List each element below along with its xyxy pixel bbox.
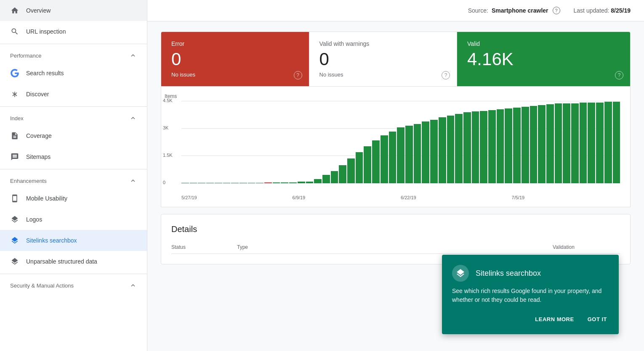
chart-bar bbox=[480, 111, 487, 183]
chart-bar bbox=[604, 102, 612, 183]
chart-bar bbox=[588, 103, 595, 183]
chart-bar bbox=[314, 179, 322, 183]
home-icon bbox=[10, 6, 19, 15]
chart-bar bbox=[223, 183, 231, 183]
chart-bar bbox=[215, 183, 222, 183]
source-help-icon[interactable]: ? bbox=[553, 7, 560, 14]
sidebar-item-coverage[interactable]: Coverage bbox=[0, 125, 147, 146]
sidebar-item-search-results[interactable]: Search results bbox=[0, 63, 147, 84]
chart-bar bbox=[298, 182, 305, 183]
chart-bar bbox=[430, 120, 438, 183]
sidebar-section-performance[interactable]: Performance bbox=[0, 46, 147, 63]
section-title-index: Index bbox=[10, 115, 24, 121]
col-type: Type bbox=[237, 244, 546, 250]
col-status: Status bbox=[171, 244, 230, 250]
details-title: Details bbox=[171, 224, 620, 234]
sidebar-section-security[interactable]: Security & Manual Actions bbox=[0, 276, 147, 293]
layers-x-icon bbox=[10, 257, 19, 266]
card-value-error: 0 bbox=[171, 50, 299, 68]
chart-bar bbox=[347, 158, 355, 183]
chart-bar bbox=[248, 183, 255, 183]
chart-bar bbox=[580, 103, 587, 183]
chart-bar bbox=[414, 124, 421, 183]
sitelinks-icon bbox=[10, 236, 19, 245]
chart-bar bbox=[571, 103, 579, 183]
got-it-button[interactable]: GOT IT bbox=[586, 314, 609, 324]
last-updated-label: Last updated: bbox=[574, 7, 609, 14]
chart-bar bbox=[522, 107, 529, 183]
chart-bar bbox=[546, 104, 554, 183]
chart-bar bbox=[364, 146, 371, 183]
card-sub-error: No issues bbox=[171, 71, 299, 78]
chart-bar bbox=[563, 103, 570, 183]
status-cards: Error 0 No issues ? Valid with warnings … bbox=[161, 32, 631, 87]
sidebar-label-unparsable: Unparsable structured data bbox=[26, 258, 97, 265]
card-sub-warnings: No issues bbox=[319, 71, 447, 78]
chart-bar bbox=[513, 108, 521, 183]
search-icon bbox=[10, 27, 19, 36]
sitelinks-searchbox-tooltip: Sitelinks searchbox See which rich resul… bbox=[442, 255, 619, 334]
chart-bar bbox=[372, 140, 380, 183]
chart-bars bbox=[181, 101, 620, 183]
chart-container: Items 4.5K 3K 1.5K 0 5/27/19 6/9/19 6/22… bbox=[161, 87, 631, 207]
tooltip-icon bbox=[452, 265, 469, 282]
chart-bar bbox=[389, 132, 397, 183]
section-title-security: Security & Manual Actions bbox=[10, 282, 74, 289]
chart-bar bbox=[397, 127, 404, 183]
chart-bar bbox=[472, 111, 479, 183]
sidebar-label-coverage: Coverage bbox=[26, 132, 52, 139]
status-card-error[interactable]: Error 0 No issues ? bbox=[161, 32, 309, 86]
layers-icon bbox=[10, 215, 19, 224]
sidebar-label-logos: Logos bbox=[26, 216, 42, 223]
main-header: Source: Smartphone crawler ? Last update… bbox=[147, 0, 644, 21]
chart-bar bbox=[439, 117, 446, 183]
sidebar-item-sitemaps[interactable]: Sitemaps bbox=[0, 146, 147, 167]
chart-bar bbox=[613, 102, 620, 183]
learn-more-button[interactable]: LEARN MORE bbox=[533, 314, 575, 324]
chart-bar bbox=[555, 103, 562, 183]
chart-bar bbox=[206, 183, 214, 183]
source-label: Source: bbox=[468, 7, 488, 14]
chart-bar bbox=[339, 165, 346, 183]
phone-icon bbox=[10, 194, 19, 203]
sidebar-section-enhancements[interactable]: Enhancements bbox=[0, 171, 147, 188]
sidebar-label-search-results: Search results bbox=[26, 70, 64, 77]
sidebar-item-logos[interactable]: Logos bbox=[0, 209, 147, 230]
sidebar-item-sitelinks-searchbox[interactable]: Sitelinks searchbox bbox=[0, 230, 147, 251]
chart-bar bbox=[181, 183, 189, 183]
status-card-valid[interactable]: Valid 4.16K ? bbox=[457, 32, 630, 86]
chart-bar bbox=[405, 126, 413, 183]
sidebar-label-discover: Discover bbox=[26, 91, 49, 98]
google-icon bbox=[10, 69, 19, 78]
file-icon bbox=[10, 131, 19, 140]
status-card-warnings[interactable]: Valid with warnings 0 No issues ? bbox=[309, 32, 457, 86]
details-table-header: Status Type Validation bbox=[171, 241, 620, 254]
chart-bar bbox=[331, 171, 338, 183]
chart-bar bbox=[231, 183, 239, 183]
chart-bar bbox=[289, 182, 297, 183]
sidebar-section-index[interactable]: Index bbox=[0, 108, 147, 125]
card-help-error[interactable]: ? bbox=[294, 71, 302, 79]
chart-bar bbox=[281, 182, 288, 183]
chart-bar bbox=[381, 135, 388, 183]
card-help-valid[interactable]: ? bbox=[615, 71, 623, 79]
sidebar-item-discover[interactable]: Discover bbox=[0, 84, 147, 105]
x-label-1: 6/9/19 bbox=[293, 195, 306, 200]
chart-bar bbox=[256, 183, 263, 183]
chart-bar bbox=[455, 114, 463, 183]
card-help-warnings[interactable]: ? bbox=[442, 71, 450, 79]
chart-x-labels: 5/27/19 6/9/19 6/22/19 7/5/19 bbox=[181, 195, 620, 200]
sidebar-item-mobile-usability[interactable]: Mobile Usability bbox=[0, 188, 147, 209]
sidebar-label-url-inspection: URL inspection bbox=[26, 28, 66, 35]
sidebar-item-overview[interactable]: Overview bbox=[0, 0, 147, 21]
chart-bar bbox=[488, 110, 496, 183]
card-value-warnings: 0 bbox=[319, 50, 447, 68]
sidebar-label-sitemaps: Sitemaps bbox=[26, 153, 51, 160]
sidebar-item-url-inspection[interactable]: URL inspection bbox=[0, 21, 147, 42]
x-label-0: 5/27/19 bbox=[181, 195, 197, 200]
card-label-valid: Valid bbox=[467, 40, 620, 47]
chart-bar bbox=[538, 105, 546, 183]
sidebar-item-unparsable[interactable]: Unparsable structured data bbox=[0, 251, 147, 272]
chart-bar bbox=[273, 182, 280, 183]
card-value-valid: 4.16K bbox=[467, 50, 620, 68]
